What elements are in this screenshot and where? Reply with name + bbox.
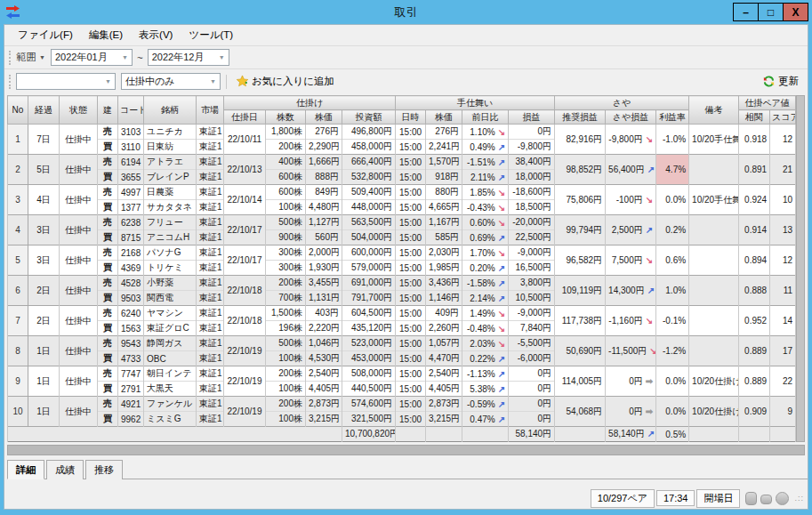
cell-total-saya-pl: 58,140円↗: [606, 427, 656, 442]
vertical-scrollbar[interactable]: [796, 95, 805, 442]
cell-pl: 22,500円: [509, 230, 555, 245]
tab-transition[interactable]: 推移: [85, 460, 123, 479]
cell-remark: 10/20仕掛け: [689, 366, 739, 397]
col-header-side[interactable]: 建: [98, 96, 118, 125]
menu-file[interactable]: ファイル(F): [12, 26, 79, 44]
table-row[interactable]: 72日仕掛中売6240ヤマシン東証122/10/181,500株403円604,…: [8, 306, 796, 321]
col-header-entry-date[interactable]: 仕掛日: [224, 110, 266, 125]
pair-table: No 経過 状態 建 コード 銘柄 市場 仕掛け 手仕舞い さや 備考 仕掛ペア…: [7, 95, 796, 442]
toolbar-grip: [9, 75, 12, 89]
col-header-rec-pl[interactable]: 推奨損益: [555, 110, 606, 125]
cell-elapsed: 7日: [28, 125, 60, 155]
cell-dod: 0.20%↗: [462, 261, 509, 276]
table-row[interactable]: 34日仕掛中売4997日農薬東証122/10/14600株849円509,400…: [8, 185, 796, 200]
cell-invest: 509,400円: [342, 185, 396, 200]
cell-side: 売: [98, 306, 118, 321]
cell-price: 2,540円: [306, 366, 342, 382]
cell-close-price: 585円: [426, 230, 462, 245]
cell-close-price: 3,215円: [426, 412, 462, 427]
col-header-close-price[interactable]: 株価: [426, 110, 462, 125]
cell-side: 売: [98, 125, 118, 140]
cell-close-time: 15:00: [396, 351, 426, 366]
cell-dod: -1.13%↗: [462, 366, 509, 382]
cell-dod: 2.03%↘: [462, 336, 509, 351]
table-row[interactable]: 53日仕掛中売2168パソナG東証122/10/17300株2,000円600,…: [8, 245, 796, 261]
cell-remark: [689, 276, 739, 306]
cell-shares: 100株: [266, 200, 306, 215]
resize-grip[interactable]: .::: [794, 494, 804, 503]
col-header-rate[interactable]: 利益率: [656, 110, 689, 125]
cell-name: アニコムH: [144, 230, 197, 245]
cell-code: 4921: [118, 397, 144, 412]
col-header-no[interactable]: No: [8, 96, 28, 125]
col-header-dod[interactable]: 前日比: [462, 110, 509, 125]
table-row[interactable]: 91日仕掛中売7747朝日インテ東証122/10/19200株2,540円508…: [8, 366, 796, 382]
cell-entry-date: 22/10/11: [224, 125, 266, 155]
cell-close-price: 4,470円: [426, 351, 462, 366]
menu-view[interactable]: 表示(V): [133, 26, 179, 44]
menu-tools[interactable]: ツール(T): [182, 26, 239, 44]
cell-close-time: 15:00: [396, 245, 426, 261]
cell-market: 東証1: [197, 125, 224, 140]
cell-code: 8715: [118, 230, 144, 245]
range-dropdown-caret-icon[interactable]: ▼: [39, 54, 45, 60]
cell-status: 仕掛中: [60, 366, 98, 397]
cell-name: フリュー: [144, 215, 197, 230]
col-header-remark[interactable]: 備考: [689, 96, 739, 125]
cell-name: パソナG: [144, 245, 197, 261]
col-header-shares[interactable]: 株数: [266, 110, 306, 125]
cell-market: 東証1: [197, 291, 224, 306]
cell-elapsed: 2日: [28, 306, 60, 336]
col-header-saya-pl[interactable]: さや損益: [606, 110, 656, 125]
cell-entry-date: 22/10/19: [224, 397, 266, 427]
range-to-select[interactable]: 2022年12月 ▼: [148, 49, 229, 66]
range-from-select[interactable]: 2022年01月 ▼: [51, 49, 133, 66]
col-header-code[interactable]: コード: [118, 96, 144, 125]
cell-close-price: 1,985円: [426, 261, 462, 276]
cell-dod: -0.43%↘: [462, 200, 509, 215]
horizontal-scrollbar[interactable]: [7, 445, 805, 455]
col-header-corr[interactable]: 相関: [739, 110, 770, 125]
star-plus-icon: [236, 75, 249, 88]
cell-side: 売: [98, 185, 118, 200]
cell-code: 1377: [118, 200, 144, 215]
table-row[interactable]: 81日仕掛中売9543静岡ガス東証122/10/19500株1,046円523,…: [8, 336, 796, 351]
table-row[interactable]: 25日仕掛中売6194アトラエ東証122/10/13400株1,666円666,…: [8, 155, 796, 170]
add-favorite-button[interactable]: お気に入りに追加: [232, 73, 338, 90]
cell-invest: 604,500円: [342, 306, 396, 321]
col-header-pl[interactable]: 損益: [509, 110, 555, 125]
cell-close-time: 15:00: [396, 230, 426, 245]
col-header-score[interactable]: スコア: [770, 110, 796, 125]
tab-detail[interactable]: 詳細: [7, 460, 44, 479]
cell-invest: 666,400円: [342, 155, 396, 170]
col-header-elapsed[interactable]: 経過: [28, 96, 60, 125]
table-row[interactable]: 62日仕掛中売4528小野薬東証122/10/18200株3,455円691,0…: [8, 276, 796, 291]
cell-price: 4,530円: [306, 351, 342, 366]
cell-status: 仕掛中: [60, 245, 98, 276]
tab-results[interactable]: 成績: [46, 460, 84, 479]
col-header-name[interactable]: 銘柄: [144, 96, 197, 125]
col-header-status[interactable]: 状態: [60, 96, 98, 125]
up-arrow-icon: ↗: [498, 142, 505, 152]
refresh-button[interactable]: 更新: [759, 73, 802, 90]
table-row[interactable]: 101日仕掛中売4921ファンケル東証122/10/19200株2,873円57…: [8, 397, 796, 412]
menu-edit[interactable]: 編集(E): [83, 26, 129, 44]
down-arrow-icon: ↘: [646, 195, 653, 205]
cell-invest: 508,000円: [342, 366, 396, 382]
cell-remark: 10/20手仕舞い: [689, 125, 739, 155]
table-row[interactable]: 43日仕掛中売6238フリュー東証122/10/17500株1,127円563,…: [8, 215, 796, 230]
table-row[interactable]: 17日仕掛中売3103ユニチカ東証122/10/111,800株276円496,…: [8, 125, 796, 140]
col-header-price[interactable]: 株価: [306, 110, 342, 125]
refresh-icon: [762, 75, 776, 88]
col-header-market[interactable]: 市場: [197, 96, 224, 125]
cell-shares: 1,800株: [266, 125, 306, 140]
cell-score: 17: [770, 336, 796, 366]
col-header-close-time[interactable]: 日時: [396, 110, 426, 125]
cell-rate: -1.2%: [656, 336, 689, 366]
col-header-invest[interactable]: 投資額: [342, 110, 396, 125]
cell-pl: 0円: [509, 397, 555, 412]
filter-mode-select[interactable]: 仕掛中のみ ▼: [121, 73, 221, 90]
cell-code: 9503: [118, 291, 144, 306]
cell-price: 1,666円: [306, 155, 342, 170]
filter-blank-select[interactable]: ▼: [16, 73, 116, 90]
